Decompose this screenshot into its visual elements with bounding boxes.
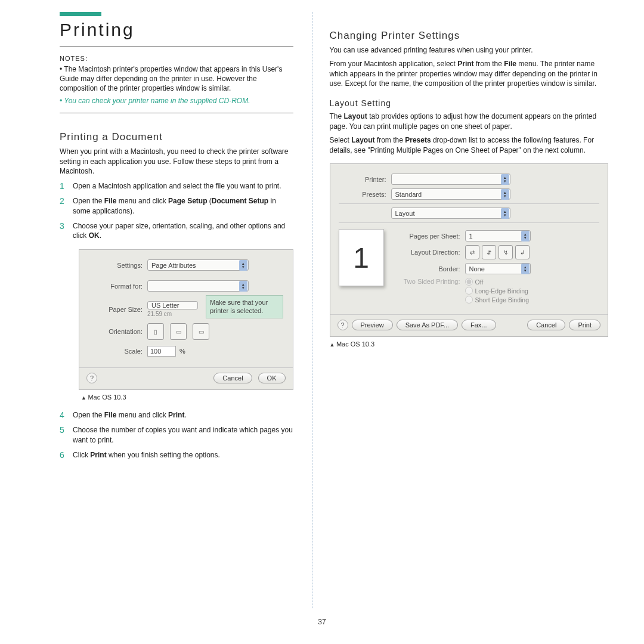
cancel-button[interactable]: Cancel: [527, 320, 565, 330]
presets-label: Presets:: [339, 191, 386, 198]
step-number: 2: [60, 196, 73, 206]
presets-value: Standard: [395, 191, 422, 198]
presets-select[interactable]: Standard: [391, 188, 510, 200]
paper-size-value: US Letter: [151, 302, 179, 309]
layout-preview-thumbnail: 1: [339, 229, 384, 286]
section-select[interactable]: Layout: [391, 208, 510, 219]
paragraph: Select Layout from the Presets drop-down…: [330, 135, 609, 156]
dropdown-arrows-icon: [521, 264, 530, 274]
print-button[interactable]: Print: [569, 320, 600, 330]
settings-select[interactable]: Page Attributes: [147, 259, 249, 271]
border-label: Border:: [395, 265, 460, 273]
cancel-button[interactable]: Cancel: [213, 373, 252, 383]
layout-direction-label: Layout Direction:: [395, 249, 460, 256]
preview-button[interactable]: Preview: [352, 320, 393, 330]
ok-button[interactable]: OK: [258, 373, 286, 383]
orientation-portrait-button[interactable]: ▯: [147, 323, 164, 340]
dropdown-arrows-icon: [239, 260, 247, 271]
dropdown-arrows-icon: [501, 189, 509, 200]
dropdown-arrows-icon: [501, 208, 509, 219]
pages-per-sheet-value: 1: [469, 233, 473, 240]
dropdown-arrows-icon: [239, 281, 247, 292]
help-button[interactable]: ?: [86, 373, 97, 383]
paper-size-select[interactable]: US Letter: [147, 301, 198, 309]
section-value: Layout: [395, 210, 415, 217]
step-text: Click Print when you finish setting the …: [73, 450, 220, 460]
two-sided-label: Two Sided Printing:: [395, 278, 460, 285]
page-number: 37: [0, 614, 644, 626]
printer-label: Printer:: [339, 176, 386, 183]
paper-size-label: Paper Size:: [88, 306, 143, 313]
subhead-print-doc: Printing a Document: [60, 131, 293, 143]
paragraph: The Layout tab provides options to adjus…: [330, 112, 609, 132]
note-item-rom: You can check your printer name in the s…: [60, 96, 293, 106]
step-text: Open a Macintosh application and select …: [73, 181, 281, 191]
layout-dir-button-2[interactable]: ⇵: [482, 245, 496, 259]
step-text: Choose the number of copies you want and…: [73, 425, 293, 445]
step-number: 3: [60, 221, 73, 231]
dialog-caption: Mac OS 10.3: [81, 394, 293, 401]
dialog-caption: Mac OS 10.3: [330, 340, 609, 348]
settings-value: Page Attributes: [151, 262, 196, 269]
step-text: Choose your paper size, orientation, sca…: [73, 221, 293, 242]
page-setup-dialog: Settings: Page Attributes Format for:: [79, 249, 293, 390]
note-item: The Macintosh printer's properties windo…: [60, 64, 293, 94]
layout-dir-button-4[interactable]: ↲: [515, 245, 530, 259]
orientation-label: Orientation:: [88, 328, 143, 335]
pages-per-sheet-label: Pages per Sheet:: [395, 233, 460, 240]
scale-pct: %: [179, 348, 185, 355]
printer-select[interactable]: [391, 174, 510, 185]
printer-callout: Make sure that your printer is selected.: [206, 295, 283, 318]
step-number: 5: [60, 425, 73, 435]
subhead-change-settings: Changing Printer Settings: [330, 30, 609, 42]
border-select[interactable]: None: [465, 263, 531, 274]
format-for-select[interactable]: [147, 280, 249, 292]
settings-label: Settings:: [88, 262, 143, 269]
pages-per-sheet-select[interactable]: 1: [465, 230, 531, 242]
format-for-label: Format for:: [88, 283, 143, 290]
orientation-reverse-button[interactable]: ▭: [193, 323, 209, 340]
step-number: 4: [60, 410, 73, 420]
paragraph: From your Macintosh application, select …: [330, 59, 609, 89]
two-sided-off-radio[interactable]: Off: [465, 278, 529, 286]
paragraph: You can use advanced printing features w…: [330, 45, 609, 55]
dropdown-arrows-icon: [521, 231, 530, 242]
fax-button[interactable]: Fax...: [462, 320, 496, 330]
save-as-pdf-button[interactable]: Save As PDF...: [397, 320, 458, 330]
two-sided-short-radio[interactable]: Short Edge Binding: [465, 296, 529, 304]
page-title: Printing: [60, 20, 293, 40]
scale-label: Scale:: [88, 348, 143, 355]
step-text: Open the File menu and click Page Setup …: [73, 196, 293, 216]
layout-dir-button-3[interactable]: ↯: [499, 245, 513, 259]
step-number: 1: [60, 181, 73, 191]
dropdown-arrows-icon: [501, 174, 509, 185]
notes-heading: NOTES:: [60, 55, 293, 62]
step-text: Open the File menu and click Print.: [73, 410, 187, 420]
orientation-landscape-button[interactable]: ▭: [170, 323, 187, 340]
border-value: None: [469, 265, 485, 273]
help-button[interactable]: ?: [338, 320, 348, 330]
subhead-layout: Layout Setting: [330, 98, 609, 108]
layout-dir-button-1[interactable]: ⇄: [465, 245, 479, 259]
paper-size-sub: 21.59 cm: [147, 311, 198, 317]
print-layout-dialog: Printer: Presets: Standard La: [330, 163, 609, 337]
intro-text: When you print with a Macintosh, you nee…: [60, 147, 293, 177]
scale-input[interactable]: [147, 346, 176, 357]
two-sided-long-radio[interactable]: Long-Edge Binding: [465, 287, 529, 295]
step-number: 6: [60, 450, 73, 460]
